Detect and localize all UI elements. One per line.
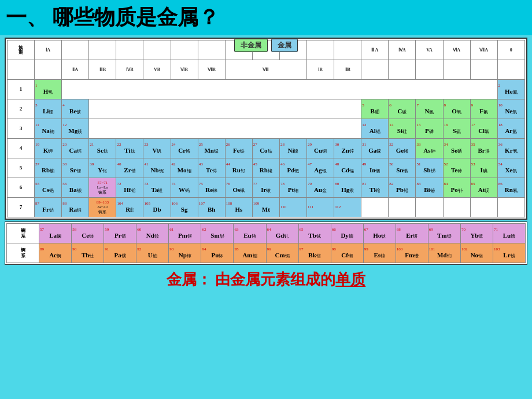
la-ac-table: 镧系 57La镧 58Ce铈 59Pr镨 60Nd钕 61Pm钷 62Sm钐 6…: [6, 223, 526, 263]
periodic-table: 族期 ⅠA ⅢA ⅣA: [5, 38, 527, 220]
page-title: 一、 哪些物质是金属？: [6, 3, 219, 32]
la-ac-section: 镧系 57La镧 58Ce铈 59Pr镨 60Nd钕 61Pm钷 62Sm钐 6…: [5, 221, 527, 265]
legend-nonmetal: 非金属: [234, 39, 268, 52]
bottom-text-underline: 单质: [335, 271, 365, 288]
bottom-text: 金属： 由金属元素组成的单质: [5, 269, 527, 290]
main-content: 非金属 金属 族期 ⅠA: [0, 35, 532, 292]
ptable: 族期 ⅠA ⅢA ⅣA: [7, 40, 525, 217]
title-bar: 一、 哪些物质是金属？: [0, 0, 532, 35]
bottom-text-main: 金属： 由金属元素组成的单质: [167, 271, 366, 288]
legend-metal: 金属: [271, 39, 298, 52]
